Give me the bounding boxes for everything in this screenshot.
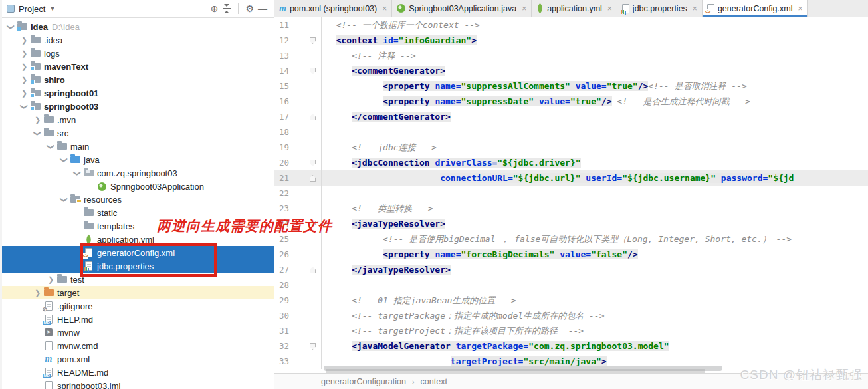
gutter-fold-column bbox=[300, 170, 322, 186]
tree-item-idea[interactable]: ❯IdeaD:\Idea bbox=[2, 20, 274, 33]
hide-icon[interactable]: — bbox=[258, 4, 267, 13]
code-line-28[interactable]: 28 bbox=[274, 277, 868, 293]
close-icon[interactable]: × bbox=[798, 4, 802, 13]
code-line-32[interactable]: 32 <javaModelGenerator targetPackage="co… bbox=[274, 338, 868, 354]
tree-item-logs[interactable]: ❯logs bbox=[2, 47, 274, 60]
horizontal-scrollbar[interactable] bbox=[324, 366, 722, 371]
close-icon[interactable]: × bbox=[382, 4, 387, 13]
tree-item-shiro[interactable]: ❯shiro bbox=[2, 73, 274, 86]
chevron-icon[interactable]: ❯ bbox=[19, 76, 29, 84]
fold-close-icon[interactable] bbox=[310, 267, 316, 273]
code-line-22[interactable]: 22 bbox=[274, 186, 868, 201]
code-line-24[interactable]: 24 <javaTypeResolver> bbox=[274, 216, 868, 231]
code-line-16[interactable]: 16 <property name="suppressDate" value="… bbox=[274, 94, 868, 109]
gutter-fold-column bbox=[300, 338, 322, 354]
code-line-12[interactable]: 12 <context id="infoGuardian"> bbox=[274, 33, 868, 48]
close-icon[interactable]: × bbox=[693, 4, 697, 13]
chevron-icon[interactable]: ❯ bbox=[73, 168, 82, 178]
code-line-18[interactable]: 18 bbox=[274, 124, 868, 140]
locate-icon[interactable]: ⊕ bbox=[211, 4, 219, 13]
project-panel-header: Project ▼ ⊕ ⚙ — bbox=[2, 0, 274, 18]
tree-item--mvn[interactable]: ❯.mvn bbox=[2, 113, 274, 126]
tree-item-src[interactable]: ❯src bbox=[2, 126, 274, 140]
tab-pom-xml-springboot03-[interactable]: mpom.xml (springboot03)× bbox=[274, 0, 392, 17]
tree-item--idea[interactable]: ❯.idea bbox=[2, 33, 274, 47]
folder-icon bbox=[44, 130, 54, 136]
close-icon[interactable]: × bbox=[522, 4, 526, 13]
code-line-15[interactable]: 15 <property name="suppressAllComments" … bbox=[274, 78, 868, 94]
line-number: 23 bbox=[274, 201, 300, 216]
close-icon[interactable]: × bbox=[607, 4, 612, 13]
tree-item-target[interactable]: ❯target bbox=[2, 286, 274, 299]
chevron-icon[interactable]: ❯ bbox=[46, 275, 56, 284]
chevron-icon[interactable]: ❯ bbox=[33, 289, 43, 297]
tree-item-pom-xml[interactable]: mpom.xml bbox=[2, 352, 274, 366]
code-line-21[interactable]: 21 connectionURL="${jdbc.url}" userId="$… bbox=[274, 170, 868, 186]
line-number: 30 bbox=[274, 308, 300, 323]
chevron-icon[interactable]: ❯ bbox=[33, 128, 42, 138]
chevron-icon[interactable]: ❯ bbox=[7, 22, 15, 32]
code-editor[interactable]: 11 <!-- 一个数据库一个context -->12 <context id… bbox=[274, 17, 868, 373]
gutter-fold-column bbox=[300, 308, 322, 323]
code-line-27[interactable]: 27 </javaTypeResolver> bbox=[274, 262, 868, 277]
code-line-14[interactable]: 14 <commentGenerator> bbox=[274, 63, 868, 78]
tab-jdbc-properties[interactable]: jdbc.properties× bbox=[617, 0, 703, 17]
tab-generatorconfig-xml[interactable]: <>generatorConfig.xml× bbox=[703, 0, 808, 17]
chevron-icon[interactable]: ❯ bbox=[20, 102, 29, 112]
tab-springboot03application-java[interactable]: Springboot03Application.java× bbox=[392, 0, 532, 17]
tree-item-help-md[interactable]: MDHELP.md bbox=[2, 313, 274, 326]
fold-open-icon[interactable] bbox=[310, 68, 316, 74]
tree-item-main[interactable]: ❯main bbox=[2, 140, 274, 153]
fold-open-icon[interactable] bbox=[310, 160, 316, 166]
tree-item-springboot01[interactable]: ❯springboot01 bbox=[2, 86, 274, 100]
ide-window: Project ▼ ⊕ ⚙ — ❯IdeaD:\Idea❯.idea❯logs❯… bbox=[0, 0, 868, 389]
fold-close-icon[interactable] bbox=[310, 114, 316, 120]
tree-item-springboot03-iml[interactable]: springboot03.iml bbox=[2, 379, 274, 389]
code-text: <!-- targetPackage：指定生成的model生成所在的包名 --> bbox=[322, 308, 604, 323]
fold-close-icon[interactable] bbox=[310, 175, 316, 182]
code-line-13[interactable]: 13 <!-- 注释 --> bbox=[274, 48, 868, 63]
tree-item-com-zq-springboot03[interactable]: ❯com.zq.springboot03 bbox=[2, 166, 274, 180]
chevron-icon[interactable]: ❯ bbox=[19, 36, 29, 45]
code-text: <property name="forceBigDecimals" value=… bbox=[322, 247, 638, 262]
line-number: 32 bbox=[274, 338, 300, 354]
chevron-icon[interactable]: ❯ bbox=[19, 63, 29, 71]
code-line-31[interactable]: 31 <!-- targetProject：指定在该项目下所在的路径 --> bbox=[274, 323, 868, 338]
tab-application-yml[interactable]: application.yml× bbox=[532, 0, 617, 17]
annotation-red-box bbox=[80, 243, 217, 277]
chevron-icon[interactable]: ❯ bbox=[33, 116, 43, 124]
code-line-17[interactable]: 17 </commentGenerator> bbox=[274, 109, 868, 124]
breadcrumb-item-context[interactable]: context bbox=[421, 377, 447, 386]
project-panel-title[interactable]: Project bbox=[19, 4, 45, 14]
collapse-all-icon[interactable] bbox=[222, 4, 231, 13]
gutter-fold-column bbox=[300, 33, 322, 48]
chevron-icon[interactable]: ❯ bbox=[60, 195, 68, 205]
settings-icon[interactable]: ⚙ bbox=[245, 4, 254, 13]
tree-item-mvnw[interactable]: >mvnw bbox=[2, 326, 274, 339]
tree-item--gitignore[interactable]: ⊘.gitignore bbox=[2, 299, 274, 313]
code-line-23[interactable]: 23 <!-- 类型转换 --> bbox=[274, 201, 868, 216]
chevron-icon[interactable]: ❯ bbox=[47, 142, 55, 152]
gutter-fold-column bbox=[300, 293, 322, 308]
code-line-29[interactable]: 29 <!-- 01 指定javaBean生成的位置 --> bbox=[274, 293, 868, 308]
tree-item-mvnw-cmd[interactable]: mvnw.cmd bbox=[2, 339, 274, 352]
chevron-down-icon[interactable]: ▼ bbox=[49, 5, 55, 12]
fold-open-icon[interactable] bbox=[310, 343, 316, 350]
tree-item-resources[interactable]: ❯resources bbox=[2, 193, 274, 206]
code-line-19[interactable]: 19 <!-- jdbc连接 --> bbox=[274, 140, 868, 155]
code-line-11[interactable]: 11 <!-- 一个数据库一个context --> bbox=[274, 17, 868, 33]
tree-item-maventext[interactable]: ❯mavenText bbox=[2, 60, 274, 73]
chevron-icon[interactable]: ❯ bbox=[19, 89, 29, 98]
tree-item-springboot03application[interactable]: Springboot03Application bbox=[2, 180, 274, 193]
code-line-26[interactable]: 26 <property name="forceBigDecimals" val… bbox=[274, 247, 868, 262]
tree-item-springboot03[interactable]: ❯springboot03 bbox=[2, 100, 274, 113]
tree-item-readme-md[interactable]: MDREADME.md bbox=[2, 366, 274, 379]
fold-open-icon[interactable] bbox=[310, 37, 316, 44]
code-line-20[interactable]: 20 <jdbcConnection driverClass="${jdbc.d… bbox=[274, 155, 868, 170]
code-line-30[interactable]: 30 <!-- targetPackage：指定生成的model生成所在的包名 … bbox=[274, 308, 868, 323]
tree-item-java[interactable]: ❯java bbox=[2, 153, 274, 166]
breadcrumb-item-generatorconfiguration[interactable]: generatorConfiguration bbox=[321, 377, 406, 386]
chevron-icon[interactable]: ❯ bbox=[19, 49, 29, 58]
code-line-25[interactable]: 25 <!-- 是否使用bigDecimal ， false可自动转化以下类型（… bbox=[274, 231, 868, 247]
chevron-icon[interactable]: ❯ bbox=[60, 155, 68, 165]
